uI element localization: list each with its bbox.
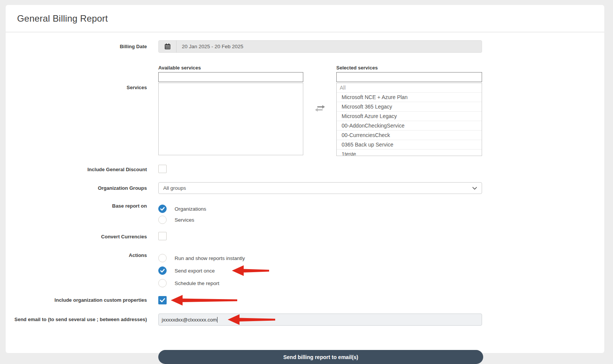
calendar-icon — [159, 41, 176, 52]
radio-option-label: Services — [175, 217, 194, 223]
available-services-list[interactable] — [158, 83, 303, 155]
include-general-discount-label: Include General Discount — [87, 167, 147, 172]
radio-option-row[interactable]: Organizations — [158, 205, 482, 213]
send-billing-report-button[interactable]: Send billing report to email(s) — [158, 350, 483, 364]
list-item-label: All — [340, 85, 346, 91]
actions-options: Run and show reports instantly Send expo… — [158, 251, 482, 287]
list-item-label: Microsoft NCE + Azure Plan — [342, 94, 408, 100]
billing-date-row: Billing Date — [6, 40, 604, 53]
send-email-value: jxxxxxdxx@clxxxxxx.com — [162, 317, 217, 323]
organization-groups-label: Organization Groups — [98, 185, 147, 191]
radio-option-label: Run and show reports instantly — [175, 255, 245, 261]
send-email-input[interactable]: jxxxxxdxx@clxxxxxx.com — [158, 314, 482, 326]
list-item[interactable]: 1teste — [337, 150, 482, 156]
send-email-label: Send email to (to send several use ; bet… — [14, 317, 147, 322]
list-item-label: Microsoft 365 Legacy — [342, 104, 392, 110]
list-item[interactable]: Microsoft Azure Legacy — [337, 112, 482, 121]
selected-services-header: Selected services — [336, 65, 482, 71]
transfer-arrows-icon[interactable] — [315, 105, 325, 113]
organization-groups-row: Organization Groups All groups — [6, 182, 604, 194]
report-form: Billing Date — [6, 32, 604, 364]
list-item[interactable]: 00-CurrenciesCheck — [337, 131, 482, 140]
convert-currencies-row: Convert Currencies — [6, 232, 604, 242]
organization-groups-selected-value: All groups — [163, 185, 186, 191]
radio-option-label: Send export once — [175, 268, 215, 274]
base-report-on-options: Organizations Services — [158, 202, 482, 224]
actions-label: Actions — [129, 252, 147, 258]
selected-services-panel: Selected services All Microsoft NCE + Az… — [336, 65, 482, 156]
radio-option-row[interactable]: Services — [158, 216, 482, 224]
chevron-down-icon — [472, 185, 477, 191]
base-report-on-row: Base report on Organizations — [6, 202, 604, 224]
card-header: General Billing Report — [6, 5, 604, 32]
radio-button[interactable] — [158, 205, 167, 213]
list-item[interactable]: 0365 Back up Service — [337, 140, 482, 150]
radio-option-row[interactable]: Run and show reports instantly — [158, 254, 482, 262]
base-report-on-label: Base report on — [112, 203, 147, 209]
include-general-discount-row: Include General Discount — [6, 165, 604, 175]
radio-option-row[interactable]: Schedule the report — [158, 279, 482, 287]
page-title: General Billing Report — [17, 13, 108, 24]
list-item[interactable]: Microsoft 365 Legacy — [337, 102, 482, 112]
include-org-custom-properties-row: Include organization custom properties — [6, 295, 604, 306]
list-item[interactable]: Microsoft NCE + Azure Plan — [337, 93, 482, 102]
annotation-arrow-icon — [232, 265, 269, 276]
available-services-panel: Available services — [158, 65, 303, 156]
list-item-label: 0365 Back up Service — [342, 142, 393, 148]
include-general-discount-checkbox[interactable] — [158, 165, 167, 173]
list-item[interactable]: All — [337, 83, 482, 93]
convert-currencies-checkbox[interactable] — [158, 232, 167, 240]
swap-column — [303, 65, 336, 156]
include-org-custom-properties-checkbox[interactable] — [158, 296, 167, 304]
list-item-label: 1teste — [342, 151, 356, 156]
selected-services-search-input[interactable] — [336, 72, 482, 82]
send-email-row: Send email to (to send several use ; bet… — [6, 314, 604, 326]
convert-currencies-label: Convert Currencies — [101, 234, 147, 240]
selected-services-list[interactable]: All Microsoft NCE + Azure Plan Microsoft… — [336, 83, 482, 156]
list-item-label: 00-AddonCheckingService — [342, 123, 405, 129]
radio-option-row[interactable]: Send export once — [158, 265, 482, 276]
radio-button[interactable] — [158, 279, 167, 287]
billing-date-input[interactable]: 20 Jan 2025 - 20 Feb 2025 — [158, 40, 482, 53]
services-row: Services Available services — [6, 65, 604, 156]
billing-date-value: 20 Jan 2025 - 20 Feb 2025 — [176, 44, 243, 49]
list-item[interactable]: 00-AddonCheckingService — [337, 121, 482, 131]
list-item-label: 00-CurrenciesCheck — [342, 132, 390, 138]
list-item-label: Microsoft Azure Legacy — [342, 113, 397, 119]
radio-option-label: Organizations — [175, 206, 206, 212]
radio-button[interactable] — [158, 266, 167, 275]
radio-button[interactable] — [158, 254, 167, 262]
actions-row: Actions Run and show reports instantly — [6, 251, 604, 287]
available-services-header: Available services — [158, 65, 303, 71]
submit-row: Send billing report to email(s) — [6, 350, 604, 364]
organization-groups-select[interactable]: All groups — [158, 182, 482, 194]
general-billing-report-card: General Billing Report Billing Date — [6, 5, 604, 353]
available-services-search-input[interactable] — [158, 72, 303, 82]
services-label: Services — [127, 85, 147, 90]
radio-button[interactable] — [158, 216, 167, 224]
include-org-custom-properties-label: Include organization custom properties — [55, 297, 147, 303]
annotation-arrow-icon — [171, 295, 237, 306]
radio-option-label: Schedule the report — [175, 280, 219, 286]
text-cursor — [217, 317, 217, 323]
annotation-arrow-icon — [228, 314, 275, 325]
billing-date-label: Billing Date — [120, 44, 147, 49]
